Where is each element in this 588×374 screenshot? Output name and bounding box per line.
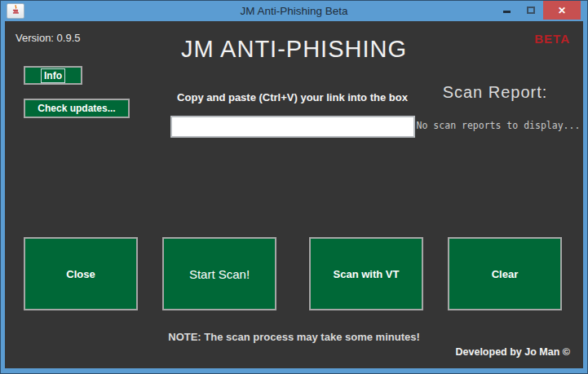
app-title: JM ANTI-PHISHING	[5, 36, 583, 63]
info-button-label: Info	[41, 68, 65, 83]
info-button[interactable]: Info	[24, 66, 82, 85]
window-close-button[interactable]: ✕	[543, 1, 581, 20]
close-button[interactable]: Close	[24, 237, 138, 310]
clear-button[interactable]: Clear	[448, 237, 562, 310]
app-window: JM Anti-Phishing Beta ✕ Version: 0.9.5 B…	[0, 0, 588, 374]
minimize-icon	[503, 11, 511, 13]
scan-report-heading: Scan Report:	[425, 83, 565, 102]
check-updates-label: Check updates...	[38, 103, 115, 114]
start-scan-label: Start Scan!	[189, 267, 250, 281]
maximize-button[interactable]	[519, 1, 543, 20]
check-updates-button[interactable]: Check updates...	[24, 99, 130, 118]
scan-with-vt-button[interactable]: Scan with VT	[309, 237, 423, 310]
close-button-label: Close	[66, 268, 95, 280]
scan-report-empty-text: No scan reports to display...	[413, 120, 584, 131]
close-icon: ✕	[558, 5, 566, 16]
paste-link-instruction: Copy and paste (Ctrl+V) your link into t…	[152, 91, 433, 103]
developer-credit: Developed by Jo Man ©	[456, 346, 571, 358]
clear-button-label: Clear	[492, 268, 519, 280]
title-bar[interactable]: JM Anti-Phishing Beta ✕	[1, 1, 587, 21]
link-input[interactable]	[170, 116, 415, 138]
start-scan-button[interactable]: Start Scan!	[162, 237, 276, 310]
window-controls: ✕	[494, 1, 581, 21]
minimize-button[interactable]	[494, 1, 519, 20]
scan-note: NOTE: The scan process may take some min…	[5, 331, 583, 343]
scan-with-vt-label: Scan with VT	[334, 268, 400, 280]
main-content: Version: 0.9.5 BETA JM ANTI-PHISHING Inf…	[5, 21, 583, 368]
maximize-icon	[527, 7, 535, 14]
